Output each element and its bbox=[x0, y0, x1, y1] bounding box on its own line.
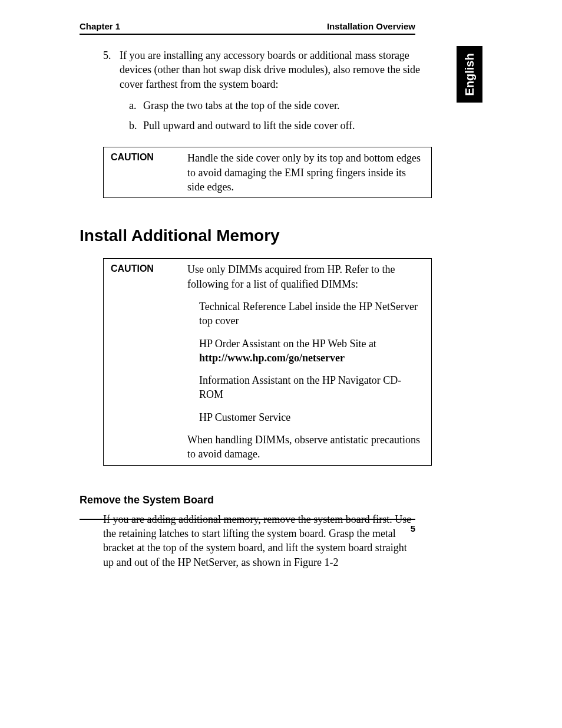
sub-letter: a. bbox=[129, 98, 143, 113]
page: Chapter 1 Installation Overview English … bbox=[0, 0, 562, 728]
step-body: If you are installing any accessory boar… bbox=[120, 48, 433, 139]
caution-2-p5: HP Customer Service bbox=[199, 410, 424, 424]
language-tab: English bbox=[457, 46, 482, 103]
caution-text: Handle the side cover only by its top an… bbox=[187, 151, 424, 194]
caution-2-p2: Technical Reference Label inside the HP … bbox=[199, 299, 424, 328]
caution-2-p3: HP Order Assistant on the HP Web Site at… bbox=[199, 337, 424, 365]
page-header: Chapter 1 Installation Overview bbox=[80, 21, 415, 35]
caution-text: Use only DIMMs acquired from HP. Refer t… bbox=[187, 262, 424, 461]
page-content: 5. If you are installing any accessory b… bbox=[80, 48, 433, 569]
step-5: 5. If you are installing any accessory b… bbox=[103, 48, 433, 139]
step-5-text: If you are installing any accessory boar… bbox=[120, 50, 420, 90]
caution-2-p1: Use only DIMMs acquired from HP. Refer t… bbox=[187, 262, 424, 291]
page-footer: 5 bbox=[80, 519, 415, 533]
caution-2-p3a: HP Order Assistant on the HP Web Site at bbox=[199, 338, 376, 350]
heading-install-memory: Install Additional Memory bbox=[80, 226, 433, 245]
caution-2-url: http://www.hp.com/go/netserver bbox=[199, 352, 345, 364]
caution-box-1: CAUTION Handle the side cover only by it… bbox=[103, 147, 432, 198]
caution-2-p4: Information Assistant on the HP Navigato… bbox=[199, 373, 424, 402]
caution-2-p6: When handling DIMMs, observe antistatic … bbox=[187, 433, 424, 462]
caution-box-2: CAUTION Use only DIMMs acquired from HP.… bbox=[103, 258, 432, 465]
sub-text: Grasp the two tabs at the top of the sid… bbox=[143, 98, 433, 113]
header-chapter: Chapter 1 bbox=[80, 21, 120, 31]
step-number: 5. bbox=[103, 48, 120, 139]
caution-label: CAUTION bbox=[111, 151, 187, 194]
header-section: Installation Overview bbox=[327, 21, 415, 31]
step-5-sublist: a. Grasp the two tabs at the top of the … bbox=[120, 98, 433, 133]
page-number: 5 bbox=[80, 523, 415, 533]
sub-letter: b. bbox=[129, 118, 143, 133]
sub-text: Pull upward and outward to lift the side… bbox=[143, 118, 433, 133]
caution-label: CAUTION bbox=[111, 262, 187, 461]
caution-1-text: Handle the side cover only by its top an… bbox=[187, 151, 424, 194]
language-label: English bbox=[463, 53, 477, 95]
step-5b: b. Pull upward and outward to lift the s… bbox=[129, 118, 433, 133]
step-5a: a. Grasp the two tabs at the top of the … bbox=[129, 98, 433, 113]
heading-remove-system-board: Remove the System Board bbox=[80, 494, 433, 506]
